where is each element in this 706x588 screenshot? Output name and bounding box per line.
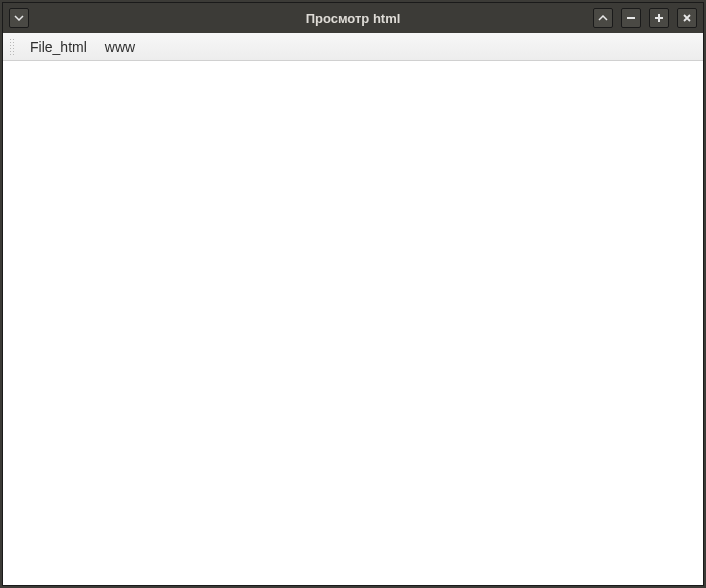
close-icon (682, 13, 692, 23)
svg-rect-0 (627, 17, 635, 19)
menu-www[interactable]: www (96, 35, 144, 59)
titlebar-right-controls (591, 8, 699, 28)
toolbar-grip[interactable] (9, 38, 15, 56)
app-window: Просмотр html (2, 2, 704, 586)
arrow-up-icon (598, 15, 608, 21)
minimize-icon (626, 13, 636, 23)
close-button[interactable] (677, 8, 697, 28)
minimize-button[interactable] (621, 8, 641, 28)
window-title: Просмотр html (306, 11, 401, 26)
plus-icon (654, 13, 664, 23)
titlebar: Просмотр html (3, 3, 703, 33)
window-menu-button[interactable] (9, 8, 29, 28)
chevron-down-icon (14, 15, 24, 21)
content-area (3, 61, 703, 585)
maximize-button[interactable] (649, 8, 669, 28)
titlebar-left-controls (7, 8, 31, 28)
up-button[interactable] (593, 8, 613, 28)
svg-rect-2 (655, 17, 663, 19)
menubar: File_html www (3, 33, 703, 61)
menu-file-html[interactable]: File_html (21, 35, 96, 59)
